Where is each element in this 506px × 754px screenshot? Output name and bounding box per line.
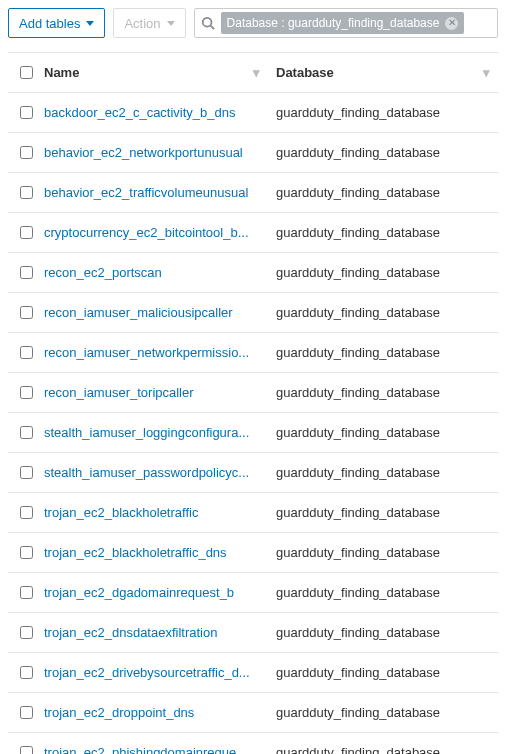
row-select-cell — [8, 93, 36, 133]
row-database-cell: guardduty_finding_database — [268, 253, 498, 293]
row-name-cell: backdoor_ec2_c_cactivity_b_dns — [36, 93, 268, 133]
row-name-cell: trojan_ec2_droppoint_dns — [36, 693, 268, 733]
close-icon[interactable]: ✕ — [445, 17, 458, 30]
toolbar: Add tables Action Database : guardduty_f… — [8, 8, 498, 38]
column-header-database[interactable]: Database ▾ — [268, 53, 498, 93]
row-name-cell: recon_iamuser_maliciousipcaller — [36, 293, 268, 333]
table-row: trojan_ec2_drivebysourcetraffic_d...guar… — [8, 653, 498, 693]
select-all-checkbox[interactable] — [20, 66, 33, 79]
table-name-link[interactable]: backdoor_ec2_c_cactivity_b_dns — [44, 105, 236, 120]
table-row: trojan_ec2_blackholetraffic_dnsguardduty… — [8, 533, 498, 573]
row-database-cell: guardduty_finding_database — [268, 173, 498, 213]
row-select-cell — [8, 293, 36, 333]
row-name-cell: cryptocurrency_ec2_bitcointool_b... — [36, 213, 268, 253]
select-all-header — [8, 53, 36, 93]
row-checkbox[interactable] — [20, 426, 33, 439]
row-checkbox[interactable] — [20, 626, 33, 639]
row-select-cell — [8, 133, 36, 173]
row-name-cell: trojan_ec2_phishingdomainreque... — [36, 733, 268, 755]
table-row: recon_iamuser_maliciousipcallerguardduty… — [8, 293, 498, 333]
table-row: recon_iamuser_toripcallerguardduty_findi… — [8, 373, 498, 413]
row-name-cell: trojan_ec2_blackholetraffic — [36, 493, 268, 533]
caret-down-icon — [167, 21, 175, 26]
row-select-cell — [8, 533, 36, 573]
table-name-link[interactable]: recon_ec2_portscan — [44, 265, 162, 280]
table-row: behavior_ec2_networkportunusualguardduty… — [8, 133, 498, 173]
row-select-cell — [8, 213, 36, 253]
table-name-link[interactable]: trojan_ec2_dgadomainrequest_b — [44, 585, 234, 600]
table-name-link[interactable]: behavior_ec2_trafficvolumeunusual — [44, 185, 248, 200]
row-database-cell: guardduty_finding_database — [268, 133, 498, 173]
row-name-cell: stealth_iamuser_passwordpolicyc... — [36, 453, 268, 493]
sort-icon: ▾ — [253, 65, 260, 80]
row-select-cell — [8, 613, 36, 653]
table-row: backdoor_ec2_c_cactivity_b_dnsguardduty_… — [8, 93, 498, 133]
row-checkbox[interactable] — [20, 586, 33, 599]
row-database-cell: guardduty_finding_database — [268, 493, 498, 533]
table-row: behavior_ec2_trafficvolumeunusualguarddu… — [8, 173, 498, 213]
row-name-cell: trojan_ec2_dgadomainrequest_b — [36, 573, 268, 613]
row-select-cell — [8, 413, 36, 453]
row-checkbox[interactable] — [20, 746, 33, 754]
row-checkbox[interactable] — [20, 146, 33, 159]
table-name-link[interactable]: behavior_ec2_networkportunusual — [44, 145, 243, 160]
table-row: cryptocurrency_ec2_bitcointool_b...guard… — [8, 213, 498, 253]
table-name-link[interactable]: trojan_ec2_drivebysourcetraffic_d... — [44, 665, 250, 680]
table-name-link[interactable]: trojan_ec2_blackholetraffic — [44, 505, 198, 520]
row-database-cell: guardduty_finding_database — [268, 613, 498, 653]
action-label: Action — [124, 16, 160, 31]
row-checkbox[interactable] — [20, 306, 33, 319]
row-checkbox[interactable] — [20, 666, 33, 679]
row-name-cell: behavior_ec2_trafficvolumeunusual — [36, 173, 268, 213]
table-name-link[interactable]: trojan_ec2_phishingdomainreque... — [44, 745, 247, 754]
table-row: recon_ec2_portscanguardduty_finding_data… — [8, 253, 498, 293]
row-database-cell: guardduty_finding_database — [268, 333, 498, 373]
table-name-link[interactable]: trojan_ec2_droppoint_dns — [44, 705, 194, 720]
table-name-link[interactable]: recon_iamuser_networkpermissio... — [44, 345, 249, 360]
row-select-cell — [8, 573, 36, 613]
row-database-cell: guardduty_finding_database — [268, 413, 498, 453]
table-name-link[interactable]: recon_iamuser_toripcaller — [44, 385, 194, 400]
add-tables-button[interactable]: Add tables — [8, 8, 105, 38]
table-name-link[interactable]: stealth_iamuser_passwordpolicyc... — [44, 465, 249, 480]
row-database-cell: guardduty_finding_database — [268, 213, 498, 253]
column-header-name[interactable]: Name ▾ — [36, 53, 268, 93]
row-database-cell: guardduty_finding_database — [268, 573, 498, 613]
row-checkbox[interactable] — [20, 506, 33, 519]
table-name-link[interactable]: stealth_iamuser_loggingconfigura... — [44, 425, 249, 440]
table-row: stealth_iamuser_loggingconfigura...guard… — [8, 413, 498, 453]
row-name-cell: recon_iamuser_networkpermissio... — [36, 333, 268, 373]
row-checkbox[interactable] — [20, 466, 33, 479]
add-tables-label: Add tables — [19, 16, 80, 31]
tables-table: Name ▾ Database ▾ backdoor_ec2_c_cactivi… — [8, 52, 498, 754]
table-name-link[interactable]: cryptocurrency_ec2_bitcointool_b... — [44, 225, 249, 240]
row-database-cell: guardduty_finding_database — [268, 293, 498, 333]
row-checkbox[interactable] — [20, 346, 33, 359]
row-database-cell: guardduty_finding_database — [268, 93, 498, 133]
table-name-link[interactable]: trojan_ec2_blackholetraffic_dns — [44, 545, 227, 560]
table-row: stealth_iamuser_passwordpolicyc...guardd… — [8, 453, 498, 493]
filter-chip[interactable]: Database : guardduty_finding_database ✕ — [221, 12, 465, 34]
search-icon — [201, 16, 215, 30]
table-row: recon_iamuser_networkpermissio...guarddu… — [8, 333, 498, 373]
row-checkbox[interactable] — [20, 186, 33, 199]
svg-point-0 — [202, 18, 211, 27]
row-checkbox[interactable] — [20, 546, 33, 559]
row-checkbox[interactable] — [20, 226, 33, 239]
column-header-database-label: Database — [276, 65, 334, 80]
table-name-link[interactable]: recon_iamuser_maliciousipcaller — [44, 305, 233, 320]
filter-chip-label: Database : guardduty_finding_database — [227, 16, 440, 30]
row-checkbox[interactable] — [20, 106, 33, 119]
row-checkbox[interactable] — [20, 386, 33, 399]
row-name-cell: trojan_ec2_blackholetraffic_dns — [36, 533, 268, 573]
table-row: trojan_ec2_droppoint_dnsguardduty_findin… — [8, 693, 498, 733]
table-row: trojan_ec2_dnsdataexfiltrationguardduty_… — [8, 613, 498, 653]
search-input[interactable]: Database : guardduty_finding_database ✕ — [194, 8, 498, 38]
action-button[interactable]: Action — [113, 8, 185, 38]
row-name-cell: trojan_ec2_drivebysourcetraffic_d... — [36, 653, 268, 693]
row-checkbox[interactable] — [20, 266, 33, 279]
row-select-cell — [8, 733, 36, 755]
row-checkbox[interactable] — [20, 706, 33, 719]
table-name-link[interactable]: trojan_ec2_dnsdataexfiltration — [44, 625, 217, 640]
row-database-cell: guardduty_finding_database — [268, 693, 498, 733]
